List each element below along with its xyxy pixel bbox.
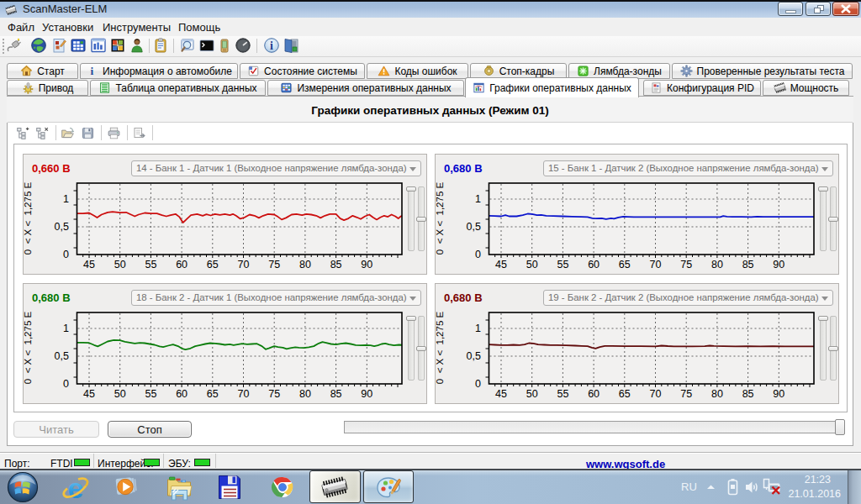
- svg-text:45: 45: [495, 259, 507, 270]
- svg-text:60: 60: [176, 259, 188, 270]
- svg-text:0,5: 0,5: [467, 221, 481, 233]
- svg-text:55: 55: [557, 388, 568, 400]
- svg-text:75: 75: [268, 388, 280, 400]
- svg-text:70: 70: [650, 388, 662, 400]
- svg-text:80: 80: [299, 259, 311, 270]
- svg-text:0,5: 0,5: [467, 350, 481, 362]
- svg-text:70: 70: [238, 388, 250, 400]
- svg-text:85: 85: [742, 259, 754, 270]
- svg-text:65: 65: [207, 259, 219, 270]
- svg-text:70: 70: [650, 259, 662, 270]
- svg-text:45: 45: [83, 388, 95, 400]
- svg-text:1: 1: [63, 323, 69, 334]
- svg-text:0: 0: [63, 249, 69, 260]
- svg-text:55: 55: [557, 259, 568, 270]
- svg-text:55: 55: [145, 259, 156, 270]
- svg-text:60: 60: [588, 388, 600, 400]
- svg-text:0 < X < 1,275 E: 0 < X < 1,275 E: [436, 182, 445, 255]
- svg-text:80: 80: [299, 388, 311, 400]
- svg-text:65: 65: [207, 388, 219, 400]
- svg-text:80: 80: [711, 259, 723, 270]
- svg-text:75: 75: [680, 388, 692, 400]
- svg-text:90: 90: [773, 388, 784, 400]
- svg-text:45: 45: [83, 259, 95, 270]
- svg-text:0: 0: [475, 378, 481, 390]
- svg-text:i: i: [270, 39, 273, 52]
- svg-text:65: 65: [619, 388, 631, 400]
- svg-text:0: 0: [475, 249, 481, 260]
- svg-text:60: 60: [588, 259, 600, 270]
- svg-text:85: 85: [330, 388, 342, 400]
- svg-text:0 < X < 1,275 E: 0 < X < 1,275 E: [436, 312, 445, 385]
- svg-text:0,5: 0,5: [55, 350, 69, 362]
- svg-text:90: 90: [773, 259, 784, 270]
- svg-text:1: 1: [475, 193, 481, 205]
- svg-text:60: 60: [176, 388, 188, 400]
- svg-text:0 < X < 1,275 E: 0 < X < 1,275 E: [24, 312, 33, 385]
- svg-text:90: 90: [361, 259, 372, 270]
- svg-text:75: 75: [268, 259, 280, 270]
- svg-text:80: 80: [711, 388, 723, 400]
- svg-text:0: 0: [63, 378, 69, 390]
- svg-text:50: 50: [526, 259, 538, 270]
- svg-text:1: 1: [475, 323, 481, 334]
- svg-text:65: 65: [619, 259, 631, 270]
- svg-text:50: 50: [526, 388, 538, 400]
- svg-text:90: 90: [361, 388, 372, 400]
- svg-text:0,5: 0,5: [55, 221, 69, 233]
- svg-text:50: 50: [114, 259, 126, 270]
- svg-text:85: 85: [330, 259, 342, 270]
- svg-text:75: 75: [680, 259, 692, 270]
- svg-text:70: 70: [238, 259, 250, 270]
- svg-text:50: 50: [114, 388, 126, 400]
- svg-text:85: 85: [742, 388, 754, 400]
- svg-text:1: 1: [63, 193, 69, 205]
- svg-text:55: 55: [145, 388, 156, 400]
- svg-text:45: 45: [495, 388, 507, 400]
- svg-text:i: i: [91, 65, 94, 77]
- svg-text:0 < X < 1,275 E: 0 < X < 1,275 E: [24, 182, 33, 255]
